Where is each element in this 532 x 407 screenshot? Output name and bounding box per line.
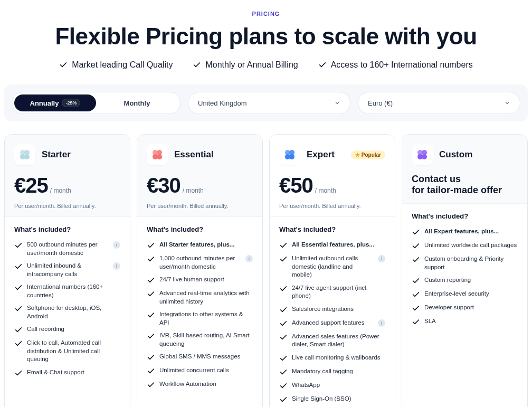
included-heading: What's included? <box>412 212 518 220</box>
currency-value: Euro (€) <box>368 99 393 107</box>
feature-item: 24/7 live human support <box>147 276 253 285</box>
included-heading: What's included? <box>14 225 120 233</box>
feature-item: Global SMS / MMS messages <box>147 353 253 362</box>
plan-icon <box>14 144 35 165</box>
check-icon <box>279 306 288 314</box>
pricing-eyebrow: PRICING <box>4 11 528 17</box>
check-icon <box>279 395 288 404</box>
feature-text: IVR, Skill-based routing, AI Smart queue… <box>159 332 253 348</box>
plan-icon <box>412 144 433 165</box>
check-icon <box>14 369 23 377</box>
custom-contact-line1: Contact us <box>412 174 518 185</box>
benefit-item: Monthly or Annual Billing <box>193 60 298 70</box>
feature-item: 1,000 outbound minutes per user/month do… <box>147 254 253 271</box>
billing-note: Per user/month. Billed annually. <box>279 203 385 209</box>
billing-annually-label: Annually <box>30 99 59 107</box>
check-icon <box>279 241 288 250</box>
check-icon <box>147 255 155 263</box>
currency-select[interactable]: Euro (€) <box>358 92 520 114</box>
custom-contact-line2: for tailor-made offer <box>412 185 518 196</box>
info-icon[interactable]: i <box>245 255 253 262</box>
check-icon <box>147 353 155 362</box>
check-icon <box>279 319 288 328</box>
pricing-cards: Starter€25/ monthPer user/month. Billed … <box>4 134 528 407</box>
check-icon <box>318 61 327 69</box>
check-icon <box>412 304 420 313</box>
feature-item: Enterprise-level security <box>412 290 518 299</box>
popular-badge: ★Popular <box>351 150 385 159</box>
plan-card-essential: Essential€30/ monthPer user/month. Bille… <box>137 134 263 407</box>
feature-item: Live call monitoring & wallboards <box>279 354 385 363</box>
feature-item: Unlimited outbound calls domestic (landl… <box>279 254 385 279</box>
billing-monthly-button[interactable]: Monthly <box>96 94 178 111</box>
feature-item: 500 outbound minutes per user/month dome… <box>14 241 120 257</box>
feature-item: Advanced support featuresi <box>279 319 385 328</box>
svg-point-15 <box>422 154 427 159</box>
feature-text: 500 outbound minutes per user/month dome… <box>27 241 109 257</box>
info-icon[interactable]: i <box>378 319 385 327</box>
country-select[interactable]: United Kingdom <box>188 92 350 114</box>
feature-text: Single Sign-On (SSO) <box>292 395 385 403</box>
feature-item: Unlimited worldwide call packages <box>412 241 518 250</box>
feature-item: Single Sign-On (SSO) <box>279 395 385 404</box>
feature-text: 1,000 outbound minutes per user/month do… <box>159 254 241 271</box>
feature-text: Advanced support features <box>292 319 374 327</box>
info-icon[interactable]: i <box>378 255 385 262</box>
feature-text: Developer support <box>424 304 518 312</box>
check-icon <box>147 367 155 375</box>
check-icon <box>14 339 23 348</box>
chevron-down-icon <box>504 100 510 106</box>
feature-item: Click to call, Automated call distributi… <box>14 339 120 364</box>
check-icon <box>279 368 288 376</box>
info-icon[interactable]: i <box>113 241 120 249</box>
feature-item: Developer support <box>412 304 518 313</box>
feature-text: Call recording <box>27 325 120 334</box>
check-icon <box>147 276 155 285</box>
page-title: Flexible Pricing plans to scale with you <box>4 23 528 50</box>
check-icon <box>279 354 288 363</box>
feature-lead: All Starter features, plus... <box>147 241 253 250</box>
info-icon[interactable]: i <box>113 262 120 270</box>
feature-list: All Essential features, plus...Unlimited… <box>279 241 385 404</box>
country-value: United Kingdom <box>198 99 247 107</box>
feature-item: Custom onboarding & Priority support <box>412 255 518 271</box>
feature-item: Mandatory call tagging <box>279 367 385 376</box>
feature-lead: All Essential features, plus... <box>279 241 385 250</box>
feature-text: Softphone for desktop, iOS, Android <box>27 304 120 320</box>
plan-icon <box>279 144 300 165</box>
billing-note: Per user/month. Billed annually. <box>147 203 253 209</box>
feature-text: Unlimited outbound calls domestic (landl… <box>292 254 374 279</box>
feature-item: Unlimited concurrent calls <box>147 366 253 375</box>
feature-text: WhatsApp <box>292 381 385 390</box>
check-icon <box>147 241 155 250</box>
feature-item: Call recording <box>14 325 120 334</box>
included-heading: What's included? <box>147 225 253 233</box>
feature-list: All Starter features, plus...1,000 outbo… <box>147 241 253 389</box>
check-icon <box>59 61 68 69</box>
feature-text: Click to call, Automated call distributi… <box>27 339 120 364</box>
feature-text: International numbers (160+ countries) <box>27 283 120 299</box>
per-month-label: / month <box>183 187 204 194</box>
benefit-item: Access to 160+ International numbers <box>318 60 473 70</box>
feature-text: 24/7 live agent support (incl. phone) <box>292 284 385 300</box>
check-icon <box>14 283 23 292</box>
billing-annually-button[interactable]: Annually -25% <box>14 94 96 111</box>
plan-card-custom: CustomContact usfor tailor-made offerWha… <box>402 134 528 407</box>
feature-item: Custom reporting <box>412 276 518 285</box>
check-icon <box>14 262 23 271</box>
feature-item: Salesforce integrations <box>279 305 385 314</box>
feature-text: Custom onboarding & Priority support <box>424 255 518 271</box>
plan-name: Essential <box>174 149 214 160</box>
feature-text: Email & Chat support <box>27 368 120 377</box>
check-icon <box>412 255 420 264</box>
plan-card-expert: Expert★Popular€50/ monthPer user/month. … <box>269 134 395 407</box>
per-month-label: / month <box>315 187 336 194</box>
check-icon <box>279 333 288 342</box>
check-icon <box>147 311 155 319</box>
feature-text: All Starter features, plus... <box>159 241 253 249</box>
feature-text: Workflow Automation <box>159 380 253 389</box>
svg-point-7 <box>157 154 162 159</box>
feature-list: All Expert features, plus...Unlimited wo… <box>412 228 518 326</box>
feature-text: Mandatory call tagging <box>292 367 385 376</box>
check-icon <box>412 290 420 299</box>
